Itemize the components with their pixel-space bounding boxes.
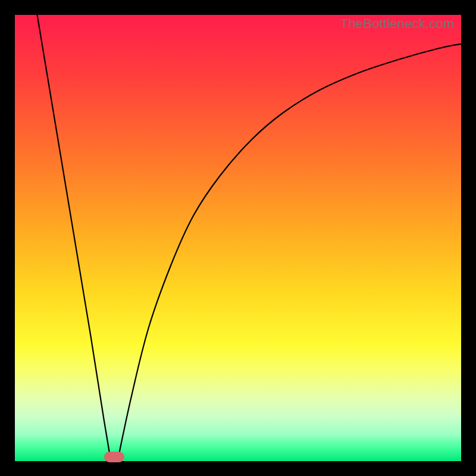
- bottleneck-curve: [15, 15, 461, 461]
- chart-frame: TheBottleneck.com: [0, 0, 476, 476]
- optimal-point-marker: [104, 452, 124, 462]
- curve-path: [37, 15, 462, 461]
- plot-area: TheBottleneck.com: [15, 15, 461, 461]
